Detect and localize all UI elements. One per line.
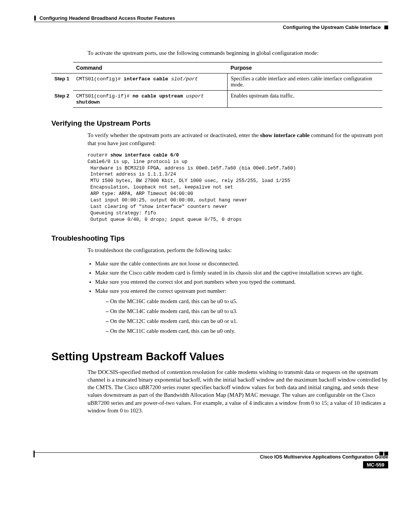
header-sub: Configuring the Upstream Cable Interface bbox=[34, 24, 388, 30]
cmd-prompt: CMTS01(config-if)# bbox=[76, 93, 132, 99]
footer: Cisco IOS Multiservice Applications Conf… bbox=[34, 452, 388, 468]
purpose-cell: Specifies a cable interface and enters c… bbox=[228, 73, 382, 91]
step-label: Step 2 bbox=[51, 91, 73, 108]
page-number: MC-559 bbox=[363, 461, 388, 468]
section-backoff: Setting Upstream Backoff Values bbox=[51, 350, 388, 363]
square-icon bbox=[384, 26, 388, 29]
cmd-arg: usport bbox=[186, 93, 204, 99]
list-item: On the MC16C cable modem card, this can … bbox=[106, 297, 388, 305]
col-command: Command bbox=[73, 62, 228, 73]
list-item: On the MC12C cable modem card, this can … bbox=[106, 317, 388, 325]
table-row: Step 2 CMTS01(config-if)# no cable upstr… bbox=[51, 91, 382, 108]
header-bar: Configuring Headend Broadband Access Rou… bbox=[34, 15, 388, 22]
section-troubleshooting: Troubleshooting Tips bbox=[51, 234, 388, 243]
col-purpose: Purpose bbox=[228, 62, 382, 73]
trouble-text: To troubleshoot the configuration, perfo… bbox=[88, 246, 388, 254]
cli-output: router# show interface cable 6/0 Cable6/… bbox=[88, 152, 388, 223]
trouble-list: Make sure the cable connections are not … bbox=[95, 260, 388, 335]
intro-text: To activate the upstream ports, use the … bbox=[88, 49, 388, 57]
cmd-bold: interface cable bbox=[124, 76, 171, 82]
footer-squares bbox=[378, 450, 388, 457]
cmd-prompt: CMTS01(config)# bbox=[76, 76, 124, 82]
cmd-cell: CMTS01(config)# interface cable slot/por… bbox=[73, 73, 228, 91]
square-icon bbox=[379, 452, 383, 455]
backoff-text: The DOCSIS-specified method of contentio… bbox=[88, 368, 388, 415]
list-item: Make sure the cable connections are not … bbox=[95, 260, 388, 267]
cmd-bold: shutdown bbox=[76, 99, 100, 105]
purpose-cell: Enables upstream data traffic. bbox=[228, 91, 382, 108]
list-item: Make sure you entered the correct upstre… bbox=[95, 287, 388, 335]
footer-rule-icon bbox=[33, 451, 35, 457]
list-item: Make sure the Cisco cable modem card is … bbox=[95, 269, 388, 276]
list-item: On the MC14C cable modem card, this can … bbox=[106, 307, 388, 315]
cmd-cell: CMTS01(config-if)# no cable upstream usp… bbox=[73, 91, 228, 108]
header-rule-icon bbox=[34, 16, 36, 21]
square-icon bbox=[384, 452, 388, 455]
cmd-bold: no cable upstream bbox=[132, 93, 186, 99]
list-item: On the MC11C cable modem card, this can … bbox=[106, 327, 388, 335]
section-verifying: Verifying the Upstream Ports bbox=[51, 119, 388, 128]
sub-list: On the MC16C cable modem card, this can … bbox=[106, 297, 388, 335]
command-table: Command Purpose Step 1 CMTS01(config)# i… bbox=[51, 62, 382, 108]
table-row: Step 1 CMTS01(config)# interface cable s… bbox=[51, 73, 382, 91]
footer-guide: Cisco IOS Multiservice Applications Conf… bbox=[34, 454, 388, 460]
chapter-title: Configuring Headend Broadband Access Rou… bbox=[40, 15, 175, 21]
section-title: Configuring the Upstream Cable Interface bbox=[283, 24, 381, 30]
list-item: Make sure you entered the correct slot a… bbox=[95, 278, 388, 286]
verify-text: To verify whether the upstream ports are… bbox=[88, 131, 388, 147]
step-label: Step 1 bbox=[51, 73, 73, 91]
cmd-arg: slot/port bbox=[171, 76, 198, 82]
